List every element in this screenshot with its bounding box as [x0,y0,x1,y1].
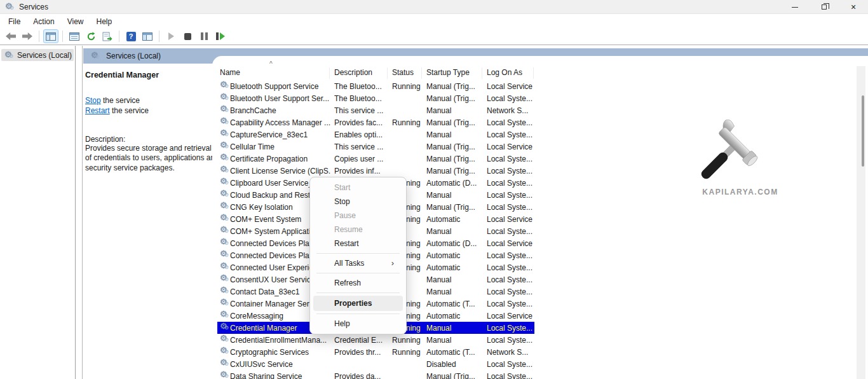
pause-service-icon [201,32,208,40]
service-startup-type: Manual (Trig... [426,94,485,103]
service-row-branchcache[interactable]: BranchCacheThis service ...ManualNetwork… [212,104,868,116]
column-header-startup-type[interactable]: Startup Type [426,68,470,77]
services-header-icon [91,52,100,60]
start-service-button[interactable] [163,29,179,43]
service-gear-icon [220,262,229,271]
service-log-on-as: Local Syste... [487,360,535,369]
service-row-data-sharing-service[interactable]: Data Sharing ServiceProvides da...Manual… [212,370,868,379]
menu-separator [316,314,400,314]
toolbar-separator [62,31,63,42]
service-startup-type: Manual [426,275,485,284]
watermark: KAPILARYA.COM [696,120,785,196]
service-startup-type: Manual [426,324,485,333]
service-row-bluetooth-support-service[interactable]: Bluetooth Support ServiceThe Bluetoo...R… [212,80,868,92]
column-header-status[interactable]: Status [392,68,414,77]
stop-service-suffix: the service [101,96,140,105]
close-button[interactable]: × [839,0,868,14]
title-bar: Services × [0,0,868,14]
tree-item-services-local[interactable]: Services (Local) [1,49,74,61]
vertical-scrollbar[interactable] [857,66,865,379]
restart-service-link[interactable]: Restart [85,106,110,115]
service-gear-icon [220,81,229,90]
stop-service-link[interactable]: Stop [85,96,101,105]
column-separator[interactable] [482,67,482,79]
stop-service-button[interactable] [180,29,195,43]
toolbar-separator [39,31,39,42]
scrollbar-thumb[interactable] [862,95,864,167]
export-list-button[interactable] [100,29,115,43]
menubar-item-file[interactable]: File [2,15,27,28]
service-row-bluetooth-user-support-ser[interactable]: Bluetooth User Support Ser...The Bluetoo… [212,92,868,104]
service-startup-type: Manual (Trig... [426,155,485,163]
column-separator[interactable] [533,67,534,79]
menu-separator [316,253,400,254]
help-button[interactable]: ? [123,29,139,43]
menu-item-resume[interactable]: Resume [313,223,403,237]
menubar-item-action[interactable]: Action [27,15,60,28]
service-startup-type: Manual (Trig... [426,372,485,379]
services-window: Services × FileActionViewHelp [0,0,868,379]
menu-item-stop[interactable]: Stop [313,195,403,209]
service-name: Data Sharing Service [230,372,330,379]
column-separator[interactable] [329,67,330,79]
service-log-on-as: Local Syste... [487,167,535,176]
services-node-icon [4,51,13,60]
pause-service-button[interactable] [196,29,212,43]
service-gear-icon [220,117,229,126]
service-startup-type: Automatic [426,312,485,320]
minimize-button[interactable] [780,0,810,14]
service-name: Cellular Time [230,142,330,151]
service-startup-type: Manual (Trig... [426,167,485,176]
column-separator[interactable] [421,67,422,79]
service-startup-type: Manual (Trig... [426,203,485,212]
service-gear-icon [220,105,229,114]
service-description: Provides fac... [334,118,390,127]
toolbar: ? [0,28,868,45]
back-button[interactable] [3,29,18,43]
service-gear-icon [220,322,229,331]
column-header-name[interactable]: Name [220,68,240,77]
menu-item-refresh[interactable]: Refresh [313,276,403,290]
service-startup-type: Automatic [426,251,485,260]
service-description: The Bluetoo... [334,94,390,103]
service-gear-icon [220,238,229,247]
service-gear-icon [220,165,229,174]
forward-button[interactable] [20,29,35,43]
service-gear-icon [220,274,229,283]
column-separator[interactable] [387,67,388,79]
service-row-cxuiusvc-service[interactable]: CxUIUSvc ServiceDisabledLocal Syste... [212,358,868,370]
refresh-button[interactable] [83,29,98,43]
service-log-on-as: Local Service [487,312,535,320]
service-row-cryptographic-services[interactable]: Cryptographic ServicesProvides thr...Run… [212,346,868,358]
restore-button[interactable] [810,0,839,14]
service-startup-type: Automatic [426,215,485,224]
service-log-on-as: Local Service [487,82,535,91]
service-name: Certificate Propagation [230,155,330,163]
menu-item-start[interactable]: Start [313,181,403,195]
show-console-tree-button[interactable] [43,29,58,43]
menu-item-all-tasks[interactable]: All Tasks› [313,256,403,270]
restart-service-button[interactable] [213,29,228,43]
menubar-item-view[interactable]: View [61,15,90,28]
description-text: Provides secure storage and retrieval of… [85,144,220,173]
menu-item-pause[interactable]: Pause [313,209,403,223]
menu-item-restart[interactable]: Restart [313,237,403,251]
service-log-on-as: Local Syste... [487,155,535,163]
column-header-description[interactable]: Description [334,68,372,77]
menu-item-properties[interactable]: Properties [313,296,403,311]
properties-button[interactable] [67,29,82,43]
extended-standard-view-button[interactable] [140,29,155,43]
service-log-on-as: Local Syste... [487,203,535,212]
menu-separator [316,293,400,293]
menubar-item-help[interactable]: Help [90,15,119,28]
service-name: Bluetooth User Support Ser... [230,94,330,103]
service-row-credentialenrollmentmana[interactable]: CredentialEnrollmentMana...Credential E.… [212,334,868,346]
service-log-on-as: Local Syste... [487,336,535,345]
service-gear-icon [220,310,229,319]
service-startup-type: Automatic (D... [426,179,485,188]
column-header-log-on-as[interactable]: Log On As [487,68,522,77]
service-startup-type: Manual [426,130,485,139]
menu-item-help[interactable]: Help [313,317,403,331]
service-gear-icon [220,141,229,150]
service-log-on-as: Network S... [487,106,535,115]
